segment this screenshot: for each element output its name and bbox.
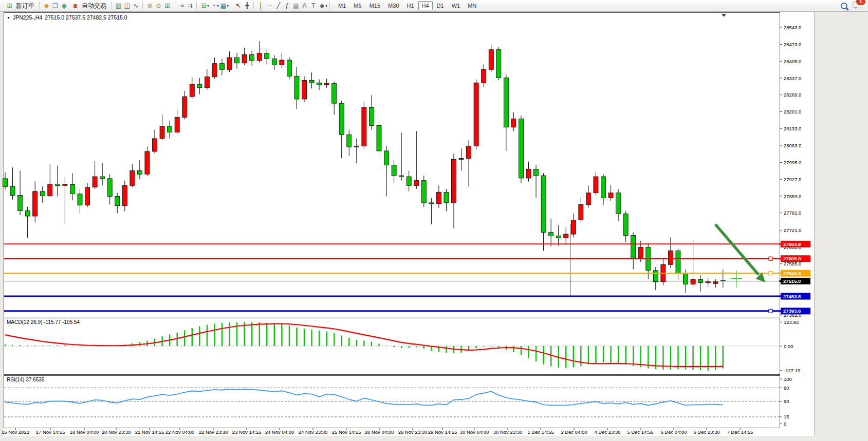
- toolbar-right-group: 1: [841, 1, 865, 10]
- chart-menu-arrow-icon[interactable]: ▼: [7, 16, 10, 20]
- toolbar-separator: [253, 2, 254, 10]
- timeframe-d1[interactable]: D1: [433, 1, 448, 10]
- toolbar-separator: [174, 2, 175, 10]
- line-chart-icon[interactable]: ∿: [132, 2, 140, 10]
- template-icon-caret[interactable]: ▾: [227, 4, 229, 8]
- toolbar-separator: [111, 2, 112, 10]
- rsi-indicator-label: RSI(14) 37.6535: [7, 377, 44, 382]
- chart-ohlc-values: 27515.0 27537.5 27482.5 27515.0: [45, 14, 127, 21]
- history-center-icon[interactable]: ◆: [42, 2, 51, 10]
- cursor-icon[interactable]: ↖: [234, 2, 243, 10]
- shapes-caret[interactable]: ▾: [325, 4, 327, 8]
- timeframe-mn[interactable]: MN: [464, 1, 480, 10]
- price-axis[interactable]: [780, 12, 815, 435]
- trendline-icon[interactable]: ╱: [274, 2, 283, 10]
- fibonacci-icon[interactable]: ƒ: [283, 2, 291, 10]
- auto-trading-button[interactable]: ◙自动交易: [68, 1, 109, 11]
- new-order-button[interactable]: ⊞新订单: [3, 1, 37, 11]
- timeframe-m30[interactable]: M30: [384, 1, 402, 10]
- auto-trading-button-label: 自动交易: [82, 2, 106, 10]
- text-icon[interactable]: A: [300, 2, 309, 10]
- crosshair-icon[interactable]: ╋: [243, 2, 251, 10]
- zoom-in-icon[interactable]: ⊕: [145, 2, 154, 10]
- strategy-tester-icon[interactable]: ◉: [60, 2, 68, 10]
- chart-shift-icon[interactable]: ⇥: [177, 2, 186, 10]
- horizontal-line-icon[interactable]: ─: [265, 2, 274, 10]
- label-icon[interactable]: T: [309, 2, 318, 10]
- tile-windows-icon[interactable]: ⊞: [163, 2, 172, 10]
- bar-chart-icon[interactable]: ▥: [114, 2, 123, 10]
- timeframe-w1[interactable]: W1: [448, 1, 464, 10]
- toolbar: ⊞新订单◆❐◉◙自动交易▥◫∿⊕⊖⊞⇥⇉⊞▾◔▾▦▾↖╋│─╱ƒ▦AT◆▾M1M…: [0, 0, 868, 12]
- toolbar-separator: [196, 2, 197, 10]
- search-icon[interactable]: [841, 3, 847, 9]
- toolbar-separator: [329, 2, 330, 10]
- chart-symbol-period: JPN225-,H4: [13, 14, 42, 21]
- new-order-button-label: 新订单: [16, 2, 34, 10]
- toolbar-separator: [231, 2, 232, 10]
- candlestick-chart-icon[interactable]: ◫: [123, 2, 132, 10]
- auto-scroll-icon[interactable]: ⇉: [186, 2, 194, 10]
- terminal-icon[interactable]: ❐: [51, 2, 60, 10]
- toolbar-separator: [39, 2, 40, 10]
- timeframe-h4[interactable]: H4: [418, 1, 433, 10]
- timeframe-m1[interactable]: M1: [335, 1, 349, 10]
- notification-badge: 1: [856, 0, 865, 5]
- macd-panel[interactable]: [4, 318, 780, 375]
- grid-icon[interactable]: ▦: [291, 2, 300, 10]
- zoom-out-icon[interactable]: ⊖: [154, 2, 163, 10]
- toolbar-separator: [142, 2, 143, 10]
- timeframe-m5[interactable]: M5: [350, 1, 365, 10]
- chat-icon[interactable]: 1: [853, 1, 861, 10]
- timeframe-h1[interactable]: H1: [403, 1, 417, 10]
- vertical-line-icon[interactable]: │: [256, 2, 265, 10]
- timeframe-switcher: M1M5M15M30H1H4D1W1MN: [335, 1, 480, 10]
- time-axis[interactable]: [4, 428, 814, 436]
- rsi-panel[interactable]: [4, 375, 780, 428]
- chart-title: ▼ JPN225-,H4 27515.0 27537.5 27482.5 275…: [7, 14, 127, 21]
- timeframe-m15[interactable]: M15: [366, 1, 384, 10]
- main-chart-panel[interactable]: [4, 12, 780, 317]
- auto-trading-icon[interactable]: ◙: [71, 2, 80, 10]
- new-order-icon[interactable]: ⊞: [5, 2, 14, 10]
- macd-indicator-label: MACD(12,26,9) -115.77 -105.54: [7, 319, 80, 325]
